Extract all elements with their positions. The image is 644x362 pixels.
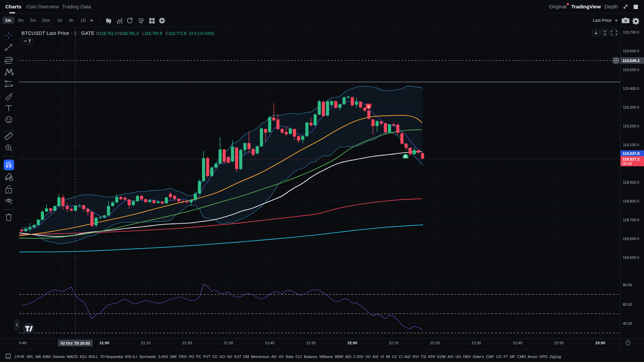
svg-text:C118,772.9: C118,772.9 bbox=[166, 31, 186, 36]
svg-text:Charts: Charts bbox=[5, 4, 21, 9]
svg-text:118,700.0: 118,700.0 bbox=[623, 218, 639, 222]
svg-text:BTCUSDT Last Price · 1 · GATE: BTCUSDT Last Price · 1 · GATE bbox=[21, 31, 95, 36]
svg-text:Original: Original bbox=[549, 4, 567, 9]
svg-text:119,400.0: 119,400.0 bbox=[623, 86, 639, 90]
svg-text:1D: 1D bbox=[80, 18, 86, 23]
svg-text:00:28: 00:28 bbox=[623, 162, 632, 166]
svg-text:119,027.2: 119,027.2 bbox=[623, 157, 640, 161]
svg-text:H118,791.3: H118,791.3 bbox=[118, 31, 139, 36]
svg-text:22:30: 22:30 bbox=[472, 341, 481, 345]
svg-text:Last Price: Last Price bbox=[593, 18, 611, 23]
svg-text:1m: 1m bbox=[5, 18, 11, 23]
svg-text:80.00: 80.00 bbox=[623, 283, 632, 287]
svg-text:O118,751.0: O118,751.0 bbox=[96, 31, 117, 36]
svg-text:Trading Data: Trading Data bbox=[62, 4, 91, 9]
svg-text:118,900.0: 118,900.0 bbox=[623, 180, 639, 184]
svg-text:4h: 4h bbox=[69, 18, 73, 23]
svg-text:22:50: 22:50 bbox=[554, 341, 564, 345]
svg-text:22:00: 22:00 bbox=[347, 341, 357, 345]
svg-text:L118,750.9: L118,750.9 bbox=[142, 31, 162, 36]
svg-text:119,300.0: 119,300.0 bbox=[623, 105, 639, 109]
svg-text:119,500.0: 119,500.0 bbox=[623, 68, 639, 72]
svg-text:S: S bbox=[367, 105, 370, 109]
svg-text:22:10: 22:10 bbox=[389, 341, 398, 345]
svg-text:1h: 1h bbox=[57, 18, 62, 23]
svg-text:3m: 3m bbox=[18, 18, 23, 23]
svg-text:119,700.0: 119,700.0 bbox=[623, 30, 639, 34]
svg-text:21:50: 21:50 bbox=[306, 341, 316, 345]
svg-text:TradingView: TradingView bbox=[571, 4, 601, 9]
svg-text:7: 7 bbox=[29, 39, 31, 44]
svg-text:40.00: 40.00 bbox=[623, 321, 632, 325]
svg-text:0:40: 0:40 bbox=[19, 341, 26, 345]
svg-text:22:40: 22:40 bbox=[513, 341, 522, 345]
svg-text:119,549.2: 119,549.2 bbox=[623, 59, 640, 63]
svg-text:119,600.0: 119,600.0 bbox=[623, 49, 639, 53]
svg-text:60.00: 60.00 bbox=[623, 302, 632, 306]
svg-text:119,100.0: 119,100.0 bbox=[623, 143, 639, 147]
svg-text:Depth: Depth bbox=[604, 4, 618, 9]
svg-text:5m: 5m bbox=[30, 18, 36, 23]
svg-text:118,800.0: 118,800.0 bbox=[623, 199, 639, 203]
svg-text:119,200.0: 119,200.0 bbox=[623, 124, 639, 128]
svg-text:21:30: 21:30 bbox=[224, 341, 233, 345]
svg-text:118,600.0: 118,600.0 bbox=[623, 237, 639, 241]
svg-text:22.0 (+0.02%): 22.0 (+0.02%) bbox=[189, 31, 214, 36]
svg-text:21:00: 21:00 bbox=[100, 341, 109, 345]
svg-text:Coin Overview: Coin Overview bbox=[26, 4, 59, 9]
svg-text:B: B bbox=[404, 155, 407, 159]
svg-text:21:10: 21:10 bbox=[141, 341, 150, 345]
svg-text:119,037.8: 119,037.8 bbox=[623, 152, 640, 156]
svg-text:21:20: 21:20 bbox=[182, 341, 192, 345]
svg-text:118,500.0: 118,500.0 bbox=[623, 255, 639, 259]
svg-text:21:40: 21:40 bbox=[265, 341, 274, 345]
svg-text:22:20: 22:20 bbox=[430, 341, 440, 345]
svg-text:02 Oct ’25 20:53: 02 Oct ’25 20:53 bbox=[61, 341, 90, 345]
svg-text:23:00: 23:00 bbox=[595, 341, 605, 345]
svg-text:15m: 15m bbox=[42, 18, 50, 23]
svg-text:LPVR SRL MA EMA Volume MACD KD: LPVR SRL MA EMA Volume MACD KDJ BOLL TD … bbox=[15, 355, 561, 359]
